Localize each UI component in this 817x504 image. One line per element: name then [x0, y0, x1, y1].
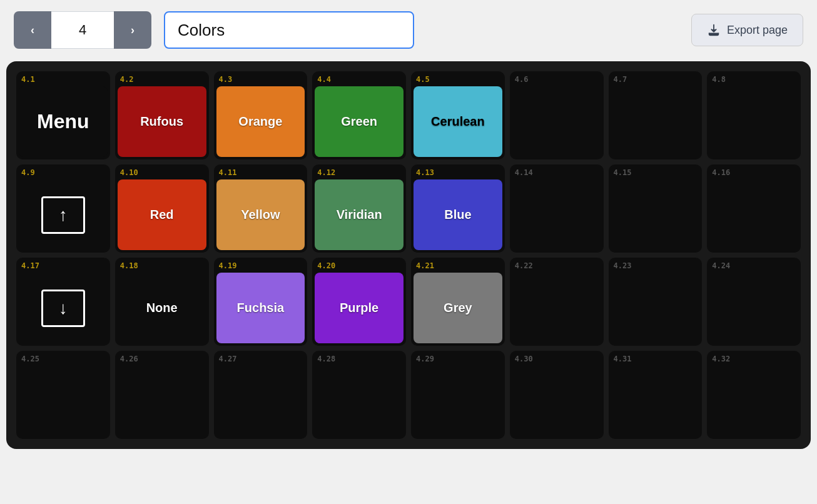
- grid-cell-4.3[interactable]: 4.3Orange: [214, 71, 308, 159]
- cell-id-label: 4.28: [317, 355, 335, 363]
- download-arrow: ↓: [19, 273, 108, 343]
- cell-id-label: 4.1: [21, 75, 35, 84]
- page-number: 4: [51, 11, 114, 49]
- grid-cell-4.12[interactable]: 4.12Viridian: [312, 164, 406, 253]
- grid-cell-4.8[interactable]: 4.8: [707, 71, 801, 159]
- grid-cell-4.31[interactable]: 4.31: [609, 351, 703, 439]
- grid-cell-4.14[interactable]: 4.14: [510, 164, 604, 253]
- color-label-purple: Purple: [315, 273, 403, 343]
- cell-id-label: 4.31: [614, 355, 632, 363]
- grid-cell-4.18[interactable]: 4.18None: [115, 258, 209, 346]
- prev-page-button[interactable]: ‹: [14, 11, 51, 49]
- chevron-left-icon: ‹: [31, 24, 34, 37]
- page-title: Colors: [164, 11, 414, 49]
- grid-cell-4.7[interactable]: 4.7: [609, 71, 703, 159]
- cell-id-label: 4.27: [219, 355, 237, 363]
- header: ‹ 4 › Colors Export page: [6, 6, 811, 54]
- cell-id-label: 4.5: [416, 75, 430, 84]
- export-label: Export page: [727, 24, 788, 37]
- grid-cell-4.26[interactable]: 4.26: [115, 351, 209, 439]
- grid-cell-4.32[interactable]: 4.32: [707, 351, 801, 439]
- grid-cell-4.5[interactable]: 4.5Cerulean: [411, 71, 505, 159]
- grid-cell-4.16[interactable]: 4.16: [707, 164, 801, 253]
- grid-cell-4.23[interactable]: 4.23: [609, 258, 703, 346]
- menu-label: Menu: [19, 86, 108, 157]
- grid-cell-4.20[interactable]: 4.20Purple: [312, 258, 406, 346]
- cell-id-label: 4.10: [120, 168, 138, 177]
- grid-cell-4.4[interactable]: 4.4Green: [312, 71, 406, 159]
- chevron-right-icon: ›: [131, 24, 134, 37]
- grid-cell-4.13[interactable]: 4.13Blue: [411, 164, 505, 253]
- export-icon: [707, 23, 721, 37]
- color-label-viridian: Viridian: [315, 179, 403, 250]
- grid-cell-4.28[interactable]: 4.28: [312, 351, 406, 439]
- export-button[interactable]: Export page: [691, 14, 803, 46]
- cell-id-label: 4.21: [416, 261, 434, 270]
- grid-cell-4.11[interactable]: 4.11Yellow: [214, 164, 308, 253]
- color-label-grey: Grey: [414, 273, 502, 343]
- upload-arrow: ↑: [19, 179, 108, 250]
- grid-cell-4.19[interactable]: 4.19Fuchsia: [214, 258, 308, 346]
- grid-cell-4.30[interactable]: 4.30: [510, 351, 604, 439]
- color-label-cerulean: Cerulean: [414, 86, 502, 157]
- cell-id-label: 4.4: [317, 75, 331, 84]
- cell-id-label: 4.23: [614, 261, 632, 270]
- cell-id-label: 4.9: [21, 168, 35, 177]
- cell-id-label: 4.32: [712, 355, 730, 363]
- color-grid: 4.1Menu4.2Rufous4.3Orange4.4Green4.5Ceru…: [6, 61, 811, 449]
- grid-cell-4.22[interactable]: 4.22: [510, 258, 604, 346]
- grid-cell-4.25[interactable]: 4.25: [16, 351, 110, 439]
- cell-id-label: 4.24: [712, 261, 730, 270]
- color-label-green: Green: [315, 86, 403, 157]
- cell-id-label: 4.11: [219, 168, 237, 177]
- cell-id-label: 4.16: [712, 168, 730, 177]
- grid-cell-4.6[interactable]: 4.6: [510, 71, 604, 159]
- cell-id-label: 4.14: [515, 168, 533, 177]
- cell-id-label: 4.30: [515, 355, 533, 363]
- color-label-rufous: Rufous: [118, 86, 206, 157]
- grid-cell-4.24[interactable]: 4.24: [707, 258, 801, 346]
- cell-id-label: 4.7: [614, 75, 627, 84]
- grid-cell-4.17[interactable]: 4.17↓: [16, 258, 110, 346]
- color-label-red: Red: [118, 179, 206, 250]
- cell-id-label: 4.22: [515, 261, 533, 270]
- cell-id-label: 4.19: [219, 261, 237, 270]
- color-label-fuchsia: Fuchsia: [216, 273, 305, 343]
- next-page-button[interactable]: ›: [114, 11, 151, 49]
- cell-id-label: 4.3: [219, 75, 233, 84]
- cell-id-label: 4.2: [120, 75, 134, 84]
- cell-id-label: 4.6: [515, 75, 529, 84]
- cell-id-label: 4.29: [416, 355, 434, 363]
- cell-id-label: 4.25: [21, 355, 39, 363]
- cell-id-label: 4.26: [120, 355, 138, 363]
- cell-id-label: 4.13: [416, 168, 434, 177]
- cell-id-label: 4.15: [614, 168, 632, 177]
- grid-cell-4.9[interactable]: 4.9↑: [16, 164, 110, 253]
- grid-cell-4.29[interactable]: 4.29: [411, 351, 505, 439]
- cell-id-label: 4.18: [120, 261, 138, 270]
- grid-cell-4.10[interactable]: 4.10Red: [115, 164, 209, 253]
- grid-cell-4.1[interactable]: 4.1Menu: [16, 71, 110, 159]
- color-label-yellow: Yellow: [216, 179, 305, 250]
- grid-cell-4.27[interactable]: 4.27: [214, 351, 308, 439]
- color-label-blue: Blue: [414, 179, 502, 250]
- cell-id-label: 4.17: [21, 261, 39, 270]
- page-number-value: 4: [79, 22, 86, 38]
- grid-cell-4.21[interactable]: 4.21Grey: [411, 258, 505, 346]
- grid-cell-4.15[interactable]: 4.15: [609, 164, 703, 253]
- cell-id-label: 4.20: [317, 261, 335, 270]
- color-label-none: None: [118, 273, 206, 343]
- grid-cell-4.2[interactable]: 4.2Rufous: [115, 71, 209, 159]
- color-label-orange: Orange: [216, 86, 305, 157]
- cell-id-label: 4.12: [317, 168, 335, 177]
- cell-id-label: 4.8: [712, 75, 726, 84]
